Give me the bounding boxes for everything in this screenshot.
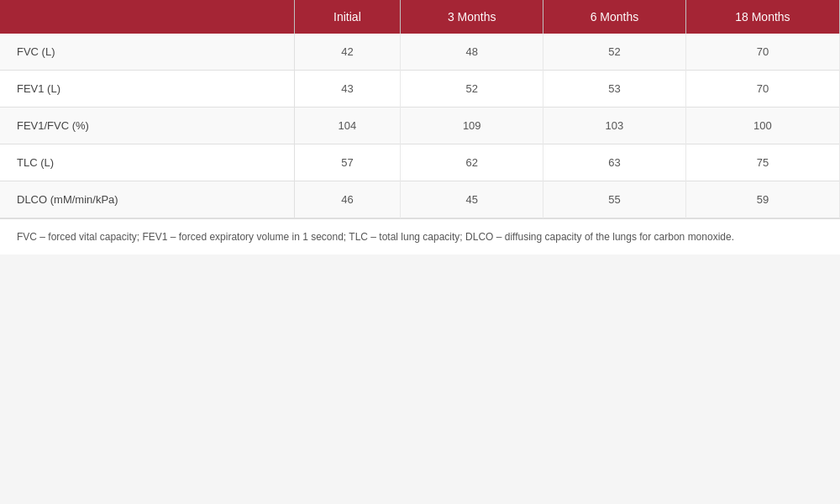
row-initial: 43 — [294, 71, 401, 108]
row-initial: 46 — [294, 181, 401, 218]
table-row: TLC (L)57626375 — [0, 144, 840, 181]
table-header-row: Initial 3 Months 6 Months 18 Months — [0, 0, 840, 34]
table-row: FEV1 (L)43525370 — [0, 71, 840, 108]
header-label-col — [0, 0, 294, 34]
row-label: FEV1 (L) — [0, 71, 294, 108]
row-3months: 62 — [401, 144, 543, 181]
page-wrapper: Initial 3 Months 6 Months 18 Months FVC … — [0, 0, 840, 255]
table-row: FVC (L)42485270 — [0, 34, 840, 71]
row-18months: 70 — [685, 71, 839, 108]
row-6months: 55 — [543, 181, 686, 218]
row-6months: 52 — [543, 34, 686, 71]
row-label: FEV1/FVC (%) — [0, 108, 294, 144]
row-6months: 103 — [543, 108, 686, 144]
row-3months: 52 — [401, 71, 543, 108]
table-row: FEV1/FVC (%)104109103100 — [0, 108, 840, 144]
header-3months: 3 Months — [401, 0, 543, 34]
header-initial: Initial — [294, 0, 401, 34]
row-label: DLCO (mM/min/kPa) — [0, 181, 294, 218]
row-18months: 59 — [685, 181, 839, 218]
row-6months: 53 — [543, 71, 686, 108]
table-row: DLCO (mM/min/kPa)46455559 — [0, 181, 840, 218]
row-18months: 75 — [685, 144, 839, 181]
row-18months: 100 — [685, 108, 839, 144]
data-table: Initial 3 Months 6 Months 18 Months FVC … — [0, 0, 840, 218]
row-label: FVC (L) — [0, 34, 294, 71]
row-initial: 104 — [294, 108, 401, 144]
row-3months: 109 — [401, 108, 543, 144]
row-18months: 70 — [685, 34, 839, 71]
row-label: TLC (L) — [0, 144, 294, 181]
header-18months: 18 Months — [685, 0, 839, 34]
row-6months: 63 — [543, 144, 686, 181]
row-3months: 45 — [401, 181, 543, 218]
row-initial: 42 — [294, 34, 401, 71]
footnote: FVC – forced vital capacity; FEV1 – forc… — [0, 218, 840, 255]
row-3months: 48 — [401, 34, 543, 71]
row-initial: 57 — [294, 144, 401, 181]
header-6months: 6 Months — [543, 0, 686, 34]
